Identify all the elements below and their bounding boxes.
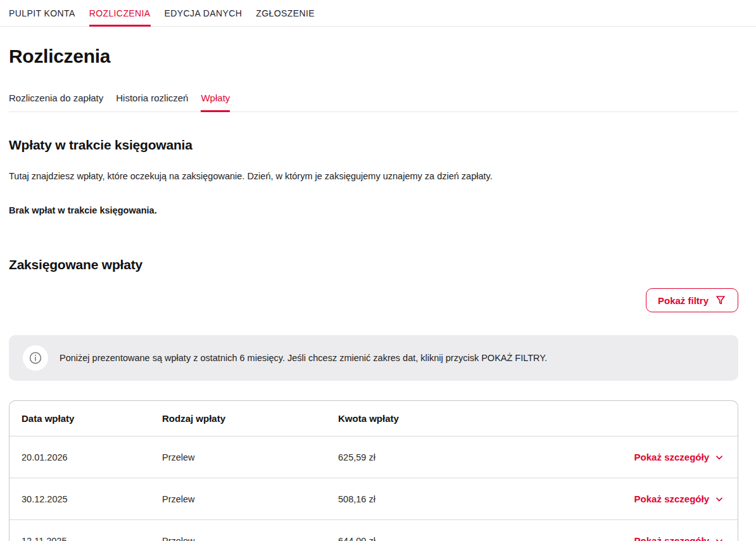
pending-payments-heading: Wpłaty w trakcie księgowania <box>9 137 738 153</box>
booked-payments-section: Zaksięgowane wpłaty Pokaż filtry Poni <box>9 257 738 541</box>
payment-type: Przelew <box>162 452 338 462</box>
chevron-down-icon <box>715 537 724 541</box>
filter-funnel-icon <box>715 295 726 306</box>
show-filters-label: Pokaż filtry <box>658 295 709 306</box>
table-row: 20.01.2026 Przelew 625,59 zł Pokaż szcze… <box>9 436 738 478</box>
tab-rozliczenia-do-zaplaty[interactable]: Rozliczenia do zapłaty <box>9 92 103 111</box>
payment-date: 30.12.2025 <box>22 494 162 504</box>
top-nav: PULPIT KONTA ROZLICZENIA EDYCJA DANYCH Z… <box>0 0 756 27</box>
nav-item-rozliczenia[interactable]: ROZLICZENIA <box>89 0 151 26</box>
column-header-kwota-wplaty: Kwota wpłaty <box>338 413 724 424</box>
payment-date: 20.01.2026 <box>22 452 162 462</box>
show-details-button[interactable]: Pokaż szczegóły <box>634 493 724 504</box>
column-header-data-wplaty: Data wpłaty <box>22 413 162 424</box>
payment-amount: 644,00 zł <box>338 536 634 541</box>
pending-payments-empty-message: Brak wpłat w trakcie księgowania. <box>9 205 738 215</box>
show-details-label: Pokaż szczegóły <box>634 452 709 462</box>
show-details-button[interactable]: Pokaż szczegóły <box>634 535 724 541</box>
payment-amount: 508,16 zł <box>338 494 634 504</box>
payments-table: Data wpłaty Rodzaj wpłaty Kwota wpłaty 2… <box>9 400 738 541</box>
show-filters-button[interactable]: Pokaż filtry <box>646 288 738 312</box>
booked-payments-heading: Zaksięgowane wpłaty <box>9 257 738 272</box>
column-header-rodzaj-wplaty: Rodzaj wpłaty <box>162 413 338 424</box>
payment-type: Przelew <box>162 494 338 504</box>
show-details-button[interactable]: Pokaż szczegóły <box>634 452 724 462</box>
payment-type: Przelew <box>162 536 338 541</box>
table-row: 30.12.2025 Przelew 508,16 zł Pokaż szcze… <box>9 478 738 519</box>
main-content: Rozliczenia Rozliczenia do zapłaty Histo… <box>0 46 756 541</box>
table-row: 12.11.2025 Przelew 644,00 zł Pokaż szcze… <box>9 519 738 541</box>
table-header-row: Data wpłaty Rodzaj wpłaty Kwota wpłaty <box>9 401 738 436</box>
show-details-label: Pokaż szczegóły <box>634 535 709 541</box>
info-icon <box>23 345 48 371</box>
tab-historia-rozliczen[interactable]: Historia rozliczeń <box>116 92 188 111</box>
chevron-down-icon <box>715 495 724 504</box>
show-details-label: Pokaż szczegóły <box>634 493 709 504</box>
payment-amount: 625,59 zł <box>338 452 634 462</box>
page-title: Rozliczenia <box>9 46 738 67</box>
nav-item-zgloszenie[interactable]: ZGŁOSZENIE <box>256 0 315 26</box>
filter-row: Pokaż filtry <box>9 288 738 312</box>
nav-item-pulpit-konta[interactable]: PULPIT KONTA <box>9 0 75 26</box>
chevron-down-icon <box>715 453 724 462</box>
info-banner-text: Poniżej prezentowane są wpłaty z ostatni… <box>60 352 547 364</box>
info-banner: Poniżej prezentowane są wpłaty z ostatni… <box>9 335 738 381</box>
nav-item-edycja-danych[interactable]: EDYCJA DANYCH <box>165 0 243 26</box>
tab-wplaty[interactable]: Wpłaty <box>201 92 230 111</box>
tab-bar: Rozliczenia do zapłaty Historia rozlicze… <box>9 92 738 112</box>
payment-date: 12.11.2025 <box>22 536 162 541</box>
pending-payments-description: Tutaj znajdziesz wpłaty, które oczekują … <box>9 170 738 182</box>
pending-payments-section: Wpłaty w trakcie księgowania Tutaj znajd… <box>9 137 738 215</box>
